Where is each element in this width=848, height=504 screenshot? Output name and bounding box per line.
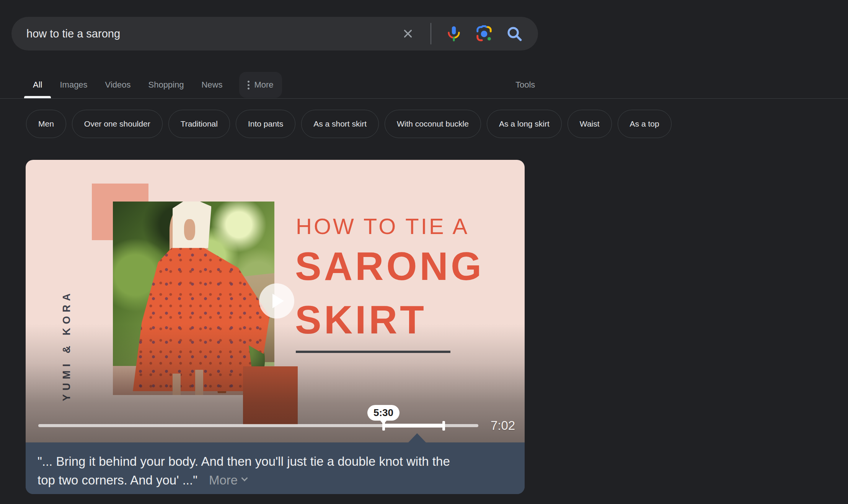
- caption-more-button[interactable]: More: [209, 471, 247, 489]
- key-moment-time: 5:30: [373, 407, 393, 419]
- result-type-tabs: All Images Videos Shopping News More Too…: [0, 71, 848, 99]
- tab-news[interactable]: News: [201, 71, 222, 99]
- caption-pointer-notch: [408, 433, 426, 442]
- three-dots-vertical-icon: [248, 81, 250, 89]
- chip-with-coconut-buckle[interactable]: With coconut buckle: [385, 110, 481, 138]
- search-bar-divider: [431, 23, 431, 44]
- tools-button[interactable]: Tools: [515, 71, 535, 99]
- key-moment-end-tick: [442, 421, 445, 431]
- chevron-down-icon: [241, 475, 248, 481]
- clear-search-button[interactable]: [398, 24, 418, 44]
- time-bubble-tail: [380, 420, 387, 424]
- search-icon: [506, 25, 523, 42]
- video-thumbnail[interactable]: YUMI & KORA HOW TO TIE A SARONG SKIRT 5:…: [26, 160, 525, 442]
- tab-news-label: News: [201, 80, 222, 90]
- google-lens-icon: [475, 25, 493, 42]
- tools-label: Tools: [515, 80, 535, 90]
- chip-as-a-long-skirt[interactable]: As a long skirt: [487, 110, 562, 138]
- chip-men[interactable]: Men: [26, 110, 66, 138]
- tab-images-label: Images: [60, 80, 87, 90]
- chip-over-one-shoulder[interactable]: Over one shoulder: [72, 110, 163, 138]
- key-moment-segment[interactable]: [383, 424, 445, 428]
- tab-shopping-label: Shopping: [148, 80, 184, 90]
- search-bar[interactable]: [11, 17, 538, 50]
- tab-videos[interactable]: Videos: [105, 71, 131, 99]
- close-icon: [401, 27, 414, 40]
- tab-images[interactable]: Images: [60, 71, 87, 99]
- search-submit-button[interactable]: [504, 24, 524, 44]
- caption-text-line1: "... Bring it behind your body. And then…: [38, 452, 509, 471]
- refinement-chips: Men Over one shoulder Traditional Into p…: [26, 110, 672, 138]
- caption-text-line2: top two corners. And you' ...": [38, 473, 197, 487]
- google-search-results-page: All Images Videos Shopping News More Too…: [0, 0, 848, 504]
- play-button[interactable]: [259, 283, 294, 319]
- tab-shopping[interactable]: Shopping: [148, 71, 184, 99]
- video-duration: 7:02: [491, 418, 515, 433]
- tab-more[interactable]: More: [239, 72, 282, 98]
- search-input[interactable]: [26, 28, 398, 40]
- video-caption-bar: "... Bring it behind your body. And then…: [26, 442, 525, 494]
- chip-traditional[interactable]: Traditional: [168, 110, 230, 138]
- caption-more-label: More: [209, 471, 238, 489]
- tab-all[interactable]: All: [33, 71, 42, 99]
- microphone-icon: [445, 25, 463, 42]
- voice-search-button[interactable]: [444, 24, 464, 44]
- video-result-card[interactable]: YUMI & KORA HOW TO TIE A SARONG SKIRT 5:…: [26, 160, 525, 494]
- tab-more-label: More: [254, 80, 273, 90]
- google-lens-button[interactable]: [474, 24, 494, 44]
- play-icon: [272, 294, 284, 308]
- tab-all-label: All: [33, 80, 42, 90]
- chip-waist[interactable]: Waist: [568, 110, 612, 138]
- chip-as-a-top[interactable]: As a top: [618, 110, 672, 138]
- tabs-divider-line: [0, 98, 848, 99]
- key-moment-time-bubble: 5:30: [367, 405, 400, 421]
- chip-into-pants[interactable]: Into pants: [236, 110, 295, 138]
- chip-as-a-short-skirt[interactable]: As a short skirt: [301, 110, 379, 138]
- tab-videos-label: Videos: [105, 80, 131, 90]
